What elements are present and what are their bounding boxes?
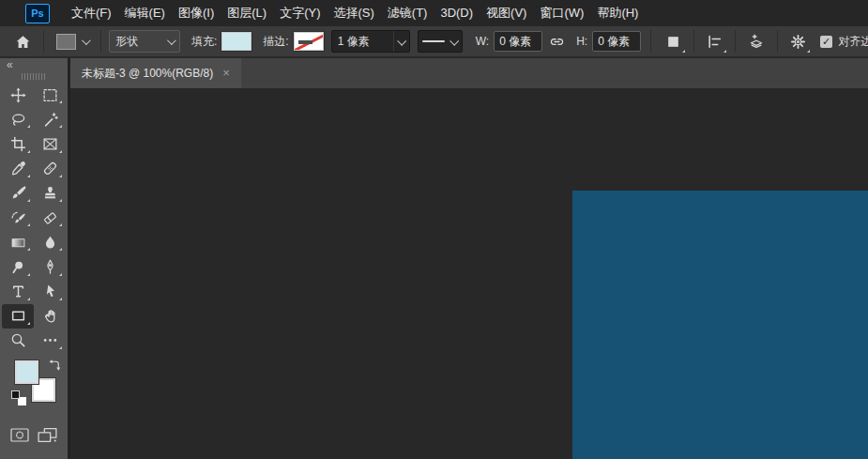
tool-rectangular-marquee[interactable] — [34, 83, 66, 107]
menu-layer[interactable]: 图层(L) — [221, 0, 273, 26]
menu-items: 文件(F) 编辑(E) 图像(I) 图层(L) 文字(Y) 选择(S) 滤镜(T… — [65, 0, 645, 26]
fill-label: 填充: — [191, 34, 217, 50]
marquee-icon — [42, 87, 58, 103]
menu-image[interactable]: 图像(I) — [172, 0, 221, 26]
menu-select[interactable]: 选择(S) — [327, 0, 380, 26]
solid-line-icon — [422, 38, 445, 45]
magnifier-icon — [10, 332, 26, 348]
tool-options-bar: 形状 填充: 描边: 1 像素 W: 0 像素 H: 0 像素 — [0, 26, 868, 56]
stroke-width-select[interactable]: 1 像素 — [331, 30, 410, 53]
height-label: H: — [576, 35, 587, 48]
menu-bar: Ps 文件(F) 编辑(E) 图像(I) 图层(L) 文字(Y) 选择(S) 滤… — [0, 0, 868, 27]
magic-wand-icon — [42, 112, 58, 128]
separator — [777, 30, 778, 53]
drawn-rectangle-shape — [572, 191, 868, 459]
tool-spot-healing-brush[interactable] — [34, 157, 66, 181]
separator — [43, 30, 44, 53]
stroke-style-select[interactable] — [418, 30, 463, 53]
tool-pen[interactable] — [34, 254, 66, 279]
align-edges-label: 对齐边缘 — [838, 34, 868, 50]
gear-icon — [790, 34, 806, 50]
move-tool-icon — [10, 87, 26, 103]
path-arrangement-button[interactable] — [743, 29, 769, 54]
menu-window[interactable]: 窗口(W) — [533, 0, 590, 26]
stroke-label: 描边: — [263, 34, 288, 50]
type-tool-icon — [10, 283, 26, 299]
separator — [650, 30, 651, 53]
path-alignment-button[interactable] — [702, 29, 727, 54]
panel-grip[interactable] — [22, 73, 46, 80]
eyedropper-icon — [10, 161, 26, 176]
tool-path-selection[interactable] — [34, 280, 66, 304]
arrange-layers-icon — [748, 34, 765, 50]
tool-rectangle[interactable] — [2, 304, 34, 329]
chevron-button — [447, 31, 462, 52]
menu-edit[interactable]: 编辑(E) — [118, 0, 172, 26]
chevron-down-icon — [82, 36, 91, 45]
frame-icon — [42, 136, 58, 152]
tool-edit-toolbar[interactable] — [34, 329, 66, 353]
align-edges-checkbox[interactable] — [820, 36, 832, 48]
height-input[interactable]: 0 像素 — [592, 31, 641, 52]
close-tab-icon[interactable]: × — [222, 68, 230, 79]
tool-history-brush[interactable] — [2, 206, 34, 230]
bandage-icon — [42, 161, 58, 176]
panel-bottom-buttons — [0, 411, 68, 444]
dodge-icon — [10, 259, 26, 275]
path-operations-icon — [665, 34, 681, 50]
menu-type[interactable]: 文字(Y) — [273, 0, 327, 26]
separator — [693, 30, 694, 53]
collapse-panel-button[interactable]: « — [7, 58, 13, 71]
home-button[interactable] — [10, 29, 36, 54]
default-foreground-square — [11, 390, 20, 399]
tool-type[interactable] — [2, 280, 34, 304]
tool-move[interactable] — [2, 83, 34, 107]
tool-brush[interactable] — [2, 181, 34, 206]
additional-options-button[interactable] — [785, 29, 811, 54]
selection-arrow-icon — [42, 283, 58, 299]
menu-help[interactable]: 帮助(H) — [590, 0, 645, 26]
tool-gradient[interactable] — [2, 230, 34, 254]
color-swatches — [0, 357, 68, 411]
tool-lasso[interactable] — [2, 107, 34, 131]
quick-mask-icon[interactable] — [9, 426, 30, 444]
tool-frame[interactable] — [34, 131, 66, 156]
tool-eraser[interactable] — [34, 206, 66, 230]
tool-clone-stamp[interactable] — [34, 181, 66, 206]
canvas-area[interactable] — [70, 88, 868, 459]
width-input[interactable]: 0 像素 — [494, 31, 542, 52]
swap-colors-icon[interactable] — [48, 359, 62, 373]
tool-blur[interactable] — [34, 230, 66, 254]
stroke-color-swatch[interactable] — [294, 32, 324, 51]
default-colors-icon[interactable] — [11, 390, 26, 405]
menu-view[interactable]: 视图(V) — [480, 0, 533, 26]
screen-mode-icon[interactable] — [37, 426, 58, 444]
link-dimensions-button[interactable] — [544, 29, 570, 54]
menu-file[interactable]: 文件(F) — [65, 0, 118, 26]
tool-eyedropper[interactable] — [2, 157, 34, 181]
pen-icon — [42, 259, 58, 275]
tool-zoom[interactable] — [2, 329, 34, 353]
tool-preset-picker[interactable] — [52, 29, 93, 54]
document-tab[interactable]: 未标题-3 @ 100%(RGB/8) × — [70, 58, 241, 88]
tool-quick-selection[interactable] — [34, 107, 66, 131]
rectangle-icon — [10, 308, 26, 324]
history-brush-icon — [10, 210, 26, 226]
tool-crop[interactable] — [2, 131, 34, 156]
fill-color-swatch[interactable] — [221, 32, 251, 51]
lasso-icon — [10, 112, 26, 128]
ellipsis-icon — [42, 332, 58, 348]
rectangle-tool-preview-icon — [56, 34, 76, 50]
tool-dodge[interactable] — [2, 254, 34, 279]
path-operations-button[interactable] — [661, 29, 686, 54]
foreground-color-swatch[interactable] — [15, 360, 38, 384]
menu-filter[interactable]: 滤镜(T) — [381, 0, 434, 26]
separator — [100, 30, 101, 53]
photoshop-logo-icon: Ps — [25, 4, 50, 23]
document-tab-strip: 未标题-3 @ 100%(RGB/8) × — [70, 58, 868, 88]
tool-mode-select[interactable]: 形状 — [109, 30, 180, 53]
tool-hand[interactable] — [34, 304, 66, 329]
tools-panel: « — [0, 58, 70, 459]
gradient-icon — [10, 235, 26, 251]
menu-3d[interactable]: 3D(D) — [434, 0, 480, 26]
